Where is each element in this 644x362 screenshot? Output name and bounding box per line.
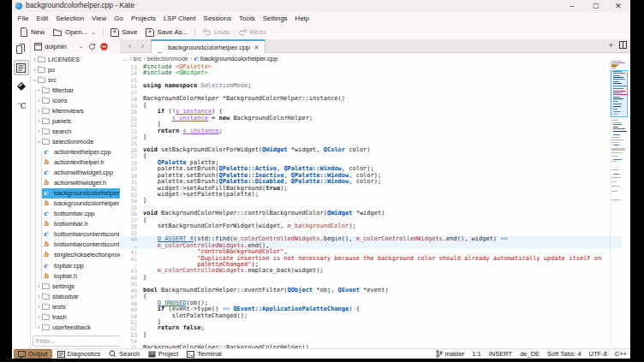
chevron-collapsed-icon[interactable]: ›	[36, 108, 42, 114]
menu-settings[interactable]: Settings	[259, 12, 291, 25]
nav-forward-button[interactable]: ›	[141, 39, 144, 52]
line-number: 16	[120, 83, 137, 89]
open-dropdown-icon[interactable]: ⌄	[91, 29, 96, 36]
chevron-collapsed-icon[interactable]: ›	[36, 324, 42, 330]
chevron-collapsed-icon[interactable]: ›	[36, 98, 42, 104]
status-insert[interactable]: INSERT	[489, 350, 512, 358]
new-tab-icon[interactable]: +	[609, 41, 613, 50]
menu-help[interactable]: Help	[291, 12, 313, 25]
menu-selection[interactable]: Selection	[52, 12, 88, 25]
tree-item-src[interactable]: ⌄src	[31, 74, 131, 85]
breadcrumb-file[interactable]: backgroundcolorhelper.cpp	[200, 55, 277, 62]
new-button[interactable]: New	[15, 26, 49, 39]
tab-backgroundcolorhelper[interactable]: c backgroundcolorhelper.cpp ✕	[151, 39, 265, 53]
tree-item-topbar-cpp[interactable]: ctopbar.cpp	[31, 260, 131, 270]
chevron-expanded-icon[interactable]: ⌄	[32, 76, 38, 83]
menu-lsp-client[interactable]: LSP Client	[159, 12, 200, 25]
minimap-scrollbar[interactable]	[610, 60, 629, 347]
menu-sessions[interactable]: Sessions	[200, 12, 235, 25]
breadcrumb-src[interactable]: src	[133, 55, 141, 62]
chevron-collapsed-icon[interactable]: ›	[36, 294, 42, 300]
project-dropdown-icon[interactable]: ⌄	[79, 43, 84, 50]
tree-item-topbar-h[interactable]: htopbar.h	[31, 270, 131, 281]
tree-item-bottombarcontentscont-[interactable]: hbottombarcontentscont...	[31, 240, 131, 250]
tree-item-bottombar-h[interactable]: hbottombar.h	[31, 219, 131, 229]
chevron-collapsed-icon[interactable]: ›	[32, 67, 38, 73]
menu-edit[interactable]: Edit	[33, 12, 52, 25]
tree-item-actiontexthelper-h[interactable]: hactiontexthelper.h	[31, 157, 131, 168]
tree-item-singleclickselectionproxy-[interactable]: hsingleclickselectionproxy...	[31, 250, 131, 260]
status-soft-tabs-4[interactable]: Soft Tabs: 4	[547, 350, 581, 358]
filter-input[interactable]: Filter...	[33, 335, 128, 347]
status-de-de[interactable]: de_DE	[520, 350, 540, 358]
toolview-diagnostics-button[interactable]: Diagnostics	[54, 349, 104, 359]
tree-item-backgroundcolorhelper-c-[interactable]: cbackgroundcolorhelper.c...	[31, 188, 131, 199]
tree-item-actionwithwidget-h[interactable]: hactionwithwidget.h	[31, 178, 131, 188]
symbols-icon[interactable]: ’C	[14, 98, 29, 113]
status-1-1[interactable]: 1:1	[472, 350, 480, 358]
chevron-collapsed-icon[interactable]: ›	[36, 283, 42, 289]
nav-back-button[interactable]: ‹	[128, 39, 131, 52]
tree-item-bottombar-cpp[interactable]: cbottombar.cpp	[31, 209, 131, 219]
menu-file[interactable]: File	[14, 12, 33, 25]
breadcrumb-overflow[interactable]: ...	[122, 55, 128, 62]
save-as-button[interactable]: Save As...	[141, 26, 192, 39]
toolview-project-button[interactable]: Project	[145, 349, 182, 359]
status-c++[interactable]: C++	[615, 350, 627, 358]
toolview-output-button[interactable]: Output	[14, 349, 52, 359]
split-view-icon[interactable]	[619, 41, 627, 49]
tree-item-settings[interactable]: ›settings	[31, 281, 131, 291]
tree-item-userfeedback[interactable]: ›userfeedback	[31, 322, 131, 332]
open-button[interactable]: Open...⌄	[49, 26, 100, 39]
menu-tools[interactable]: Tools	[236, 12, 259, 25]
status-utf-8[interactable]: UTF-8	[589, 350, 607, 358]
tree-item-backgroundcolorhelper-h[interactable]: hbackgroundcolorhelper.h	[31, 199, 131, 209]
toolview-search-button[interactable]: Search	[105, 349, 143, 359]
chevron-collapsed-icon[interactable]: ›	[36, 314, 42, 320]
tree-item-filterbar[interactable]: ›filterbar	[31, 85, 131, 95]
tree-item-selectionmode[interactable]: ⌄selectionmode	[31, 136, 131, 146]
tree-item-actiontexthelper-cpp[interactable]: cactiontexthelper.cpp	[31, 146, 131, 157]
tree-item-licenses[interactable]: ›LICENSES	[31, 54, 131, 64]
tree-item-panels[interactable]: ›panels	[31, 116, 131, 126]
tree-item-search[interactable]: ›search	[31, 126, 131, 136]
tree-item-kitemviews[interactable]: ›kitemviews	[31, 105, 131, 116]
save-button[interactable]: Save	[106, 26, 141, 39]
chevron-expanded-icon[interactable]: ⌄	[36, 138, 42, 145]
code-area[interactable]: 13#include <QPalette>14#include <QWidget…	[120, 64, 630, 348]
close-button[interactable]: ✕	[608, 0, 629, 12]
project-panel-icon[interactable]	[14, 60, 29, 75]
tree-item-bottombarcontentscont-[interactable]: cbottombarcontentscont...	[31, 229, 131, 240]
tree-item-trash[interactable]: ›trash	[31, 312, 131, 322]
minimize-button[interactable]: –	[562, 0, 582, 12]
project-name[interactable]: dolphin	[45, 43, 67, 50]
maximize-button[interactable]: ▢	[586, 0, 606, 12]
tab-close-icon[interactable]: ✕	[253, 44, 259, 51]
breadcrumb-selectionmode[interactable]: selectionmode	[147, 55, 188, 62]
folder-icon	[42, 97, 50, 104]
stop-icon[interactable]	[100, 43, 108, 50]
tree-item-po[interactable]: ›po	[31, 64, 131, 74]
tree-item-icons[interactable]: ›icons	[31, 95, 131, 105]
undo-button[interactable]: Undo	[198, 26, 234, 39]
line-number: 19	[120, 103, 137, 109]
chevron-collapsed-icon[interactable]: ›	[36, 118, 42, 124]
status-master[interactable]: master	[436, 350, 464, 358]
tree-item-tests[interactable]: ›tests	[31, 301, 131, 312]
chevron-collapsed-icon[interactable]: ›	[36, 87, 42, 93]
refresh-icon[interactable]	[88, 43, 96, 50]
tree-item-actionwithwidget-cpp[interactable]: cactionwithwidget.cpp	[31, 168, 131, 178]
tree-item-statusbar[interactable]: ›statusbar	[31, 291, 131, 301]
minimap-viewport[interactable]	[611, 70, 628, 117]
redo-button[interactable]: Redo	[235, 26, 271, 39]
menu-projects[interactable]: Projects	[127, 12, 159, 25]
chevron-collapsed-icon[interactable]: ›	[32, 56, 38, 62]
menu-go[interactable]: Go	[110, 12, 128, 25]
documents-icon[interactable]	[14, 41, 29, 56]
kate-icon[interactable]	[14, 79, 29, 94]
toolview-terminal-button[interactable]: Terminal	[183, 349, 224, 359]
menu-view[interactable]: View	[88, 12, 110, 25]
chevron-collapsed-icon[interactable]: ›	[36, 128, 42, 134]
chevron-collapsed-icon[interactable]: ›	[36, 304, 42, 310]
line-number: 54	[120, 338, 137, 344]
